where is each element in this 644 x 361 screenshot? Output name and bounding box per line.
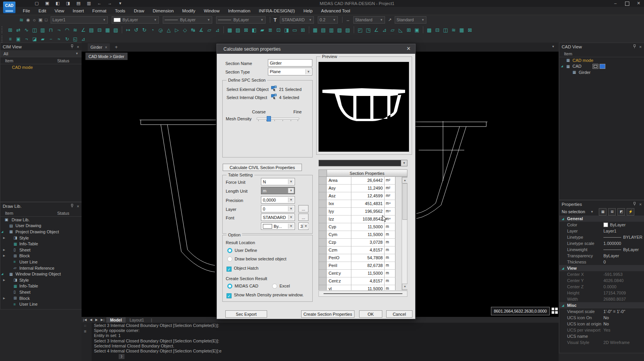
last-sheet-icon[interactable]: ▶| [101,318,105,322]
tool-icon[interactable]: ▨ [234,27,242,33]
pick-arrow-button[interactable]: ◩ [617,208,625,216]
qat-open-file-icon[interactable]: ▣ [44,1,50,6]
tool-icon[interactable]: ◶ [157,27,165,33]
tool-icon[interactable]: ≈ [55,36,63,42]
draw-lib-item[interactable]: ▣Draw Lib. [0,217,82,223]
tool-icon[interactable]: ∡ [197,27,205,33]
section-property-row[interactable]: Asz12,4599m² [319,192,407,200]
qat-new-file-icon[interactable]: ▢ [34,1,39,6]
property-row[interactable]: Viewport scale1'-0" = 1'-0" [559,308,644,315]
close-icon[interactable]: × [77,204,79,209]
close-icon[interactable]: × [639,44,642,49]
tool-icon[interactable]: ▦ [458,27,466,33]
viewport-grid-icon[interactable] [552,308,558,314]
tool-icon[interactable]: ∠ [372,27,380,33]
property-row[interactable]: Visual Style2D Wireframe [559,339,644,346]
property-row[interactable]: UCS icon at originNo [559,321,644,327]
drag-handle-icon[interactable]: ∷ [84,324,86,328]
property-row[interactable]: Linetype scale1.000000 [559,240,644,246]
view-badges[interactable] [593,64,605,69]
expanded-icon[interactable]: ◢ [561,65,563,68]
menu-draw[interactable]: Draw [129,9,148,13]
pin-icon[interactable] [70,204,74,209]
tool-icon[interactable]: ↻ [63,36,71,42]
section-type-select[interactable]: Plane▼ [268,68,312,75]
layer-browse-button[interactable]: ... [298,205,308,212]
radio-excel[interactable]: Excel [272,284,290,289]
tool-icon[interactable]: ≋ [71,27,79,33]
close-icon[interactable]: × [77,44,79,49]
text-color-select[interactable]: By...▼ [261,222,295,230]
draw-lib-item[interactable]: ▶⊞Block [0,253,82,259]
draw-lib-item[interactable]: ◢▦Window Drawing Object [0,271,82,277]
sheet-tab-layout1[interactable]: Layout1 [126,317,148,323]
menu-dimension[interactable]: Dimension [148,9,178,13]
property-row[interactable]: LayerLayer1 [559,228,644,234]
section-property-row[interactable]: yl11,5000m [319,285,407,290]
tool-icon[interactable]: ▭ [291,27,299,33]
section-property-row[interactable]: Czm4,8157m [319,246,407,254]
tool-icon[interactable]: ⊞ [299,27,307,33]
tool-icon[interactable]: ↦ [124,27,132,33]
draw-lib-item[interactable]: ≡User Line [0,259,82,265]
lock-icon[interactable]: ▣ [39,17,43,22]
qat-undo-icon[interactable]: ← [97,1,102,6]
tool-icon[interactable]: ≡ [6,36,14,42]
mleader-style-icon[interactable]: ↗ [388,17,392,22]
tool-icon[interactable]: ▦ [311,27,319,33]
tool-icon[interactable]: ⊠ [466,27,474,33]
cad-view-item[interactable]: ▦Girder [559,69,644,75]
dialog-titlebar[interactable]: Calculate section properties ✕ [217,44,415,54]
pin-icon[interactable] [633,44,636,49]
scroll-down-icon[interactable]: ▼ [402,284,407,290]
create-section-properties-button[interactable]: Create Section Properties [301,310,354,318]
tool-icon[interactable]: ¬ [55,27,63,33]
next-sheet-icon[interactable]: ▶ [95,318,98,322]
dialog-close-icon[interactable]: ✕ [405,46,412,51]
property-row[interactable]: LineweightByLayer [559,246,644,253]
force-unit-select[interactable]: N▼ [261,178,295,185]
tool-icon[interactable]: ▦ [104,27,112,33]
tool-icon[interactable]: ¬ [22,36,31,42]
tool-icon[interactable]: ▩ [425,27,433,33]
font-select[interactable]: STANDARD▼ [261,214,295,221]
dim-style-icon[interactable]: ↔ [346,17,350,22]
text-style-select[interactable]: STANDARD▼ [280,16,314,24]
tool-icon[interactable]: ◺ [397,27,405,33]
collapsed-icon[interactable]: ▶ [3,254,5,257]
section-property-row[interactable]: Cym11,5000m [319,231,407,239]
tool-icon[interactable]: ◧ [250,27,258,33]
sheet-tab-model[interactable]: Model [106,317,126,323]
tool-icon[interactable]: ↹ [189,27,197,33]
tool-icon[interactable]: ▥ [327,27,336,33]
first-sheet-icon[interactable]: |◀ [83,318,87,322]
section-property-row[interactable]: Ixx451,4831m⁴ [319,200,407,208]
tool-icon[interactable]: ◠ [63,27,71,33]
tool-icon[interactable]: ◰ [356,27,364,33]
draw-lib-item[interactable]: ▦Info-Table [0,241,82,247]
selection-select[interactable]: No selection [562,209,585,214]
menu-modify[interactable]: Modify [178,9,199,13]
checkbox-show-mesh-preview[interactable]: ✓Show Mesh Density preview window. [227,293,303,298]
tool-icon[interactable]: ▩ [226,27,234,33]
scroll-up-icon[interactable]: ▲ [402,177,407,183]
tool-icon[interactable]: − [47,36,55,42]
tool-icon[interactable]: △ [165,27,173,33]
table-horizontal-scrollbar[interactable] [319,291,407,297]
tool-icon[interactable]: ◔ [148,27,157,33]
tool-icon[interactable]: ▧ [336,27,344,33]
section-name-input[interactable]: Girder [268,59,312,67]
section-property-row[interactable]: Cent:y11,5000m [319,270,407,277]
tool-icon[interactable]: ▨ [344,27,352,33]
draw-lib-item[interactable]: ▶◨Style [0,235,82,241]
toggle-pickadd-button[interactable]: ⚡ [627,208,634,216]
close-button[interactable]: ✕ [635,1,642,7]
property-row[interactable]: Thickness0 [559,259,644,265]
qat-print-icon[interactable]: ▤ [76,1,81,6]
linetype-select[interactable]: ByLayer▼ [163,16,212,24]
tool-icon[interactable]: ◇ [181,27,189,33]
property-row[interactable]: LinetypeBYLAYER [559,234,644,240]
menu-tools[interactable]: Tools [111,9,129,13]
tool-icon[interactable]: ⊠ [242,27,250,33]
menu-edit[interactable]: Edit [34,9,51,13]
